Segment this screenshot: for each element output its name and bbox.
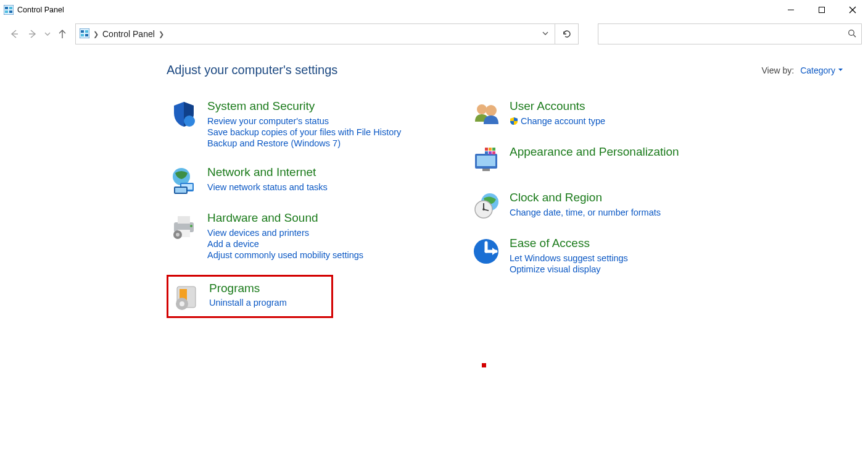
minimize-button[interactable]: [775, 1, 806, 19]
svg-rect-14: [85, 30, 88, 33]
nav-arrows: [6, 26, 70, 42]
svg-rect-2: [9, 7, 12, 9]
svg-rect-44: [489, 151, 492, 154]
category-appearance-personalization: Appearance and Personalization: [469, 143, 734, 177]
link-change-account-type[interactable]: Change account type: [510, 116, 605, 126]
close-button[interactable]: [837, 1, 868, 19]
category-ease-of-access: Ease of Access Let Windows suggest setti…: [469, 234, 734, 278]
category-network-internet: Network and Internet View network status…: [167, 163, 432, 198]
category-title[interactable]: Hardware and Sound: [207, 211, 363, 225]
search-icon[interactable]: [848, 29, 856, 40]
clock-globe-icon: [471, 191, 501, 220]
category-system-security: System and Security Review your computer…: [167, 97, 432, 152]
link-review-status[interactable]: Review your computer's status: [207, 116, 401, 126]
svg-point-35: [477, 104, 487, 114]
svg-rect-40: [485, 148, 488, 151]
link-uninstall-program[interactable]: Uninstall a program: [209, 298, 287, 308]
link-optimize-display[interactable]: Optimize visual display: [510, 264, 628, 274]
address-dropdown-button[interactable]: [540, 30, 551, 38]
view-by-dropdown[interactable]: Category: [800, 65, 843, 75]
forward-button[interactable]: [25, 26, 41, 42]
svg-point-17: [849, 30, 854, 35]
category-programs: Programs Uninstall a program: [167, 275, 333, 318]
link-suggest-settings[interactable]: Let Windows suggest settings: [510, 253, 628, 263]
category-column-right: User Accounts Change account type: [469, 97, 734, 329]
window-controls: [775, 1, 868, 19]
address-bar[interactable]: ❯ Control Panel ❯: [75, 23, 555, 44]
breadcrumb-control-panel[interactable]: Control Panel: [102, 29, 155, 39]
link-date-time-formats[interactable]: Change date, time, or number formats: [510, 208, 661, 217]
ease-of-access-icon: [471, 237, 501, 266]
svg-rect-26: [178, 216, 190, 224]
shield-icon: [169, 99, 199, 129]
svg-rect-41: [489, 148, 492, 151]
globe-network-icon: [169, 166, 199, 195]
monitor-colors-icon: [471, 145, 501, 175]
svg-rect-1: [5, 7, 8, 9]
svg-rect-15: [81, 34, 84, 36]
svg-point-28: [190, 225, 192, 227]
titlebar: Control Panel: [0, 0, 868, 20]
link-file-history[interactable]: Save backup copies of your files with Fi…: [207, 127, 401, 137]
category-title[interactable]: User Accounts: [510, 99, 605, 114]
back-button[interactable]: [6, 26, 22, 42]
category-title[interactable]: Network and Internet: [207, 166, 328, 180]
control-panel-icon: [80, 28, 89, 40]
programs-icon: [171, 282, 200, 311]
content-area: Adjust your computer's settings View by:…: [0, 48, 868, 329]
view-by-label: View by:: [762, 65, 795, 75]
svg-rect-38: [477, 156, 495, 166]
link-devices-printers[interactable]: View devices and printers: [207, 228, 363, 238]
svg-rect-3: [5, 10, 8, 13]
chevron-right-icon[interactable]: ❯: [159, 30, 164, 38]
category-title[interactable]: Appearance and Personalization: [510, 145, 679, 159]
svg-rect-0: [4, 5, 14, 15]
recent-locations-button[interactable]: [43, 26, 52, 42]
refresh-button[interactable]: [555, 23, 579, 44]
svg-point-50: [482, 208, 485, 211]
link-network-status[interactable]: View network status and tasks: [207, 182, 328, 192]
uac-shield-icon: [510, 117, 518, 125]
category-user-accounts: User Accounts Change account type: [469, 97, 734, 132]
svg-point-30: [176, 233, 180, 237]
svg-rect-13: [81, 30, 84, 33]
search-box[interactable]: [598, 23, 862, 44]
maximize-button[interactable]: [806, 1, 837, 19]
page-heading: Adjust your computer's settings: [167, 63, 337, 77]
svg-rect-24: [175, 188, 186, 193]
red-marker: [482, 363, 486, 367]
category-title[interactable]: System and Security: [207, 99, 401, 114]
svg-rect-4: [9, 10, 12, 13]
svg-rect-39: [482, 169, 490, 171]
link-backup-restore[interactable]: Backup and Restore (Windows 7): [207, 138, 401, 148]
svg-rect-12: [80, 28, 89, 38]
svg-rect-43: [485, 151, 488, 154]
chevron-right-icon[interactable]: ❯: [93, 30, 99, 38]
search-input[interactable]: [603, 28, 848, 40]
svg-rect-42: [492, 148, 495, 151]
svg-point-36: [486, 105, 497, 116]
link-add-device[interactable]: Add a device: [207, 239, 363, 249]
svg-rect-6: [819, 7, 825, 13]
window-title: Control Panel: [17, 6, 64, 14]
category-clock-region: Clock and Region Change date, time, or n…: [469, 188, 734, 223]
svg-rect-16: [85, 34, 88, 36]
control-panel-icon: [4, 5, 14, 15]
view-by-control: View by: Category: [762, 65, 843, 75]
svg-point-19: [184, 115, 195, 127]
link-mobility-settings[interactable]: Adjust commonly used mobility settings: [207, 250, 363, 260]
svg-point-34: [180, 301, 184, 306]
toolbar: ❯ Control Panel ❯: [0, 20, 868, 48]
svg-rect-45: [492, 151, 495, 154]
svg-line-18: [854, 35, 856, 37]
category-title[interactable]: Clock and Region: [510, 191, 661, 205]
printer-icon: [169, 211, 199, 241]
up-button[interactable]: [54, 26, 70, 42]
category-title[interactable]: Ease of Access: [510, 237, 628, 251]
category-hardware-sound: Hardware and Sound View devices and prin…: [167, 209, 432, 264]
category-column-left: System and Security Review your computer…: [167, 97, 432, 329]
users-icon: [471, 99, 501, 129]
category-title[interactable]: Programs: [209, 282, 287, 296]
